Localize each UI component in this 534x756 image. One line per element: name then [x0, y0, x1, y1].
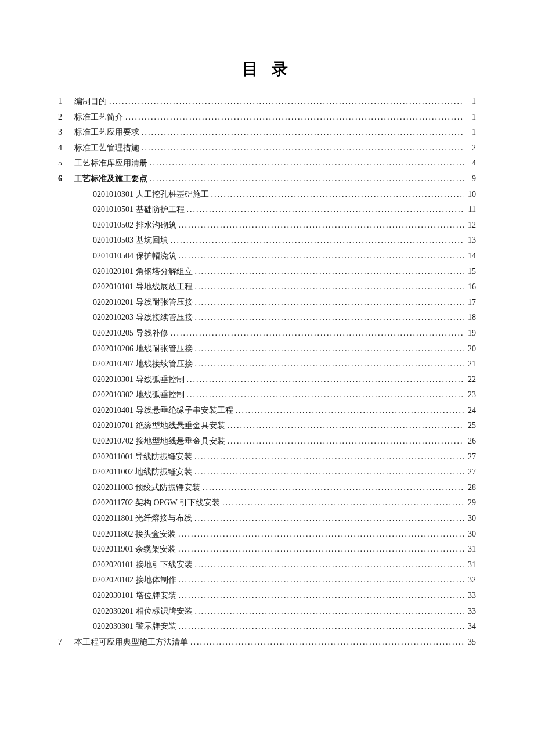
toc-entry-number: 4 — [58, 141, 74, 156]
toc-entry-page: 30 — [464, 511, 476, 527]
toc-entry-page: 28 — [464, 480, 476, 496]
toc-entry: 0202010201 导线耐张管压接 .....................… — [58, 295, 476, 311]
toc-entry-page: 17 — [464, 295, 476, 311]
toc-entry: 0202011001 导线防振锤安装 .....................… — [58, 449, 476, 465]
toc-entry: 0201010502 排水沟砌筑 .......................… — [58, 218, 476, 233]
toc-entry-label: 0202010205 导线补修 — [93, 326, 168, 341]
toc-leader-dots: ........................................… — [176, 249, 465, 264]
toc-entry: 6工艺标准及施工要点 .............................… — [58, 171, 476, 187]
toc-leader-dots: ........................................… — [225, 418, 465, 434]
toc-entry-page: 32 — [464, 573, 476, 588]
toc-entry: 0201010504 保护帽浇筑 .......................… — [58, 249, 476, 264]
toc-entry-label: 0201010503 基坑回填 — [93, 233, 168, 249]
toc-entry: 0202011901 余缆架安装 .......................… — [58, 542, 476, 557]
toc-entry-label: 工艺标准及施工要点 — [74, 171, 147, 187]
toc-entry: 0202030301 警示牌安装 .......................… — [58, 619, 476, 635]
toc-entry-page: 26 — [464, 434, 476, 449]
toc-entry-label: 0202010701 绝缘型地线悬垂金具安装 — [93, 418, 225, 434]
toc-leader-dots: ........................................… — [220, 495, 464, 511]
toc-leader-dots: ........................................… — [193, 310, 465, 326]
toc-entry-label: 0201010501 基础防护工程 — [93, 202, 185, 218]
toc-entry-number: 3 — [58, 125, 74, 141]
toc-entry-label: 0202020101 接地引下线安装 — [93, 557, 193, 573]
toc-entry: 0201010503 基坑回填 ........................… — [58, 233, 476, 249]
toc-entry: 0202010701 绝缘型地线悬垂金具安装 .................… — [58, 418, 476, 434]
toc-leader-dots: ........................................… — [193, 357, 465, 372]
toc-leader-dots: ........................................… — [192, 511, 464, 527]
toc-entry-page: 22 — [464, 372, 476, 388]
toc-leader-dots: ........................................… — [176, 619, 465, 635]
toc-entry: 0202011802 接头盒安装 .......................… — [58, 527, 476, 542]
toc-leader-dots: ........................................… — [168, 233, 465, 249]
toc-entry-label: 0201020101 角钢塔分解组立 — [93, 264, 193, 280]
toc-entry: 0202030101 塔位牌安装 .......................… — [58, 588, 476, 604]
toc-entry: 0202020101 接地引下线安装 .....................… — [58, 557, 476, 573]
toc-entry-label: 编制目的 — [74, 94, 107, 110]
toc-entry-page: 27 — [464, 449, 476, 465]
toc-entry: 0202010207 地线接续管压接 .....................… — [58, 357, 476, 372]
toc-entry-page: 11 — [464, 202, 476, 218]
toc-entry-label: 0201010504 保护帽浇筑 — [93, 249, 176, 264]
toc-leader-dots: ........................................… — [193, 557, 465, 573]
toc-entry-number: 6 — [58, 171, 74, 187]
toc-entry: 0202011002 地线防振锤安装 .....................… — [58, 465, 476, 480]
toc-entry-number: 1 — [58, 94, 74, 110]
toc-entry-page: 27 — [464, 465, 476, 480]
toc-entry-page: 31 — [464, 557, 476, 573]
toc-entry: 2标准工艺简介 ................................… — [58, 110, 476, 125]
toc-leader-dots: ........................................… — [200, 480, 464, 496]
toc-entry-label: 0202010201 导线耐张管压接 — [93, 295, 193, 311]
toc-entry-label: 0202011802 接头盒安装 — [93, 527, 176, 542]
toc-entry-page: 12 — [464, 218, 476, 233]
toc-leader-dots: ........................................… — [107, 94, 464, 110]
toc-entry: 0202010206 地线耐张管压接 .....................… — [58, 341, 476, 357]
toc-leader-dots: ........................................… — [139, 141, 464, 156]
toc-entry-page: 1 — [464, 94, 476, 110]
toc-leader-dots: ........................................… — [192, 449, 464, 465]
toc-entry-page: 33 — [464, 588, 476, 604]
toc-entry: 0202010203 导线接续管压接 .....................… — [58, 310, 476, 326]
toc-entry: 0201010501 基础防护工程 ......................… — [58, 202, 476, 218]
toc-entry-page: 21 — [464, 357, 476, 372]
toc-entry-number: 7 — [58, 635, 74, 650]
toc-entry-page: 34 — [464, 619, 476, 635]
toc-entry-page: 33 — [464, 604, 476, 620]
toc-entry-page: 18 — [464, 310, 476, 326]
toc-entry-page: 25 — [464, 418, 476, 434]
toc-entry: 0202010101 导地线展放工程 .....................… — [58, 279, 476, 295]
toc-leader-dots: ........................................… — [123, 110, 464, 125]
toc-leader-dots: ........................................… — [139, 125, 464, 141]
toc-entry-label: 0202030201 相位标识牌安装 — [93, 604, 193, 620]
toc-leader-dots: ........................................… — [176, 573, 465, 588]
toc-entry-page: 2 — [464, 141, 476, 156]
toc-entry-page: 10 — [464, 187, 476, 203]
toc-leader-dots: ........................................… — [209, 187, 465, 203]
toc-leader-dots: ........................................… — [193, 279, 465, 295]
toc-entry-label: 0202011003 预绞式防振锤安装 — [93, 480, 200, 496]
toc-leader-dots: ........................................… — [233, 403, 465, 419]
toc-title: 目 录 — [58, 58, 476, 80]
toc-entry: 0202010702 接地型地线悬垂金具安装 .................… — [58, 434, 476, 449]
toc-entry: 4标准工艺管理措施 ..............................… — [58, 141, 476, 156]
toc-entry-page: 23 — [464, 387, 476, 403]
toc-entry-page: 9 — [464, 171, 476, 187]
toc-entry: 1编制目的 ..................................… — [58, 94, 476, 110]
toc-entry-label: 0202011801 光纤熔接与布线 — [93, 511, 192, 527]
toc-leader-dots: ........................................… — [176, 218, 465, 233]
toc-entry: 7本工程可应用典型施工方法清单 ........................… — [58, 635, 476, 650]
toc-leader-dots: ........................................… — [185, 387, 465, 403]
toc-entry: 0202010301 导线弧垂控制 ......................… — [58, 372, 476, 388]
toc-entry-label: 0201010301 人工挖孔桩基础施工 — [93, 187, 209, 203]
toc-leader-dots: ........................................… — [193, 604, 465, 620]
toc-entry: 0202010302 地线弧垂控制 ......................… — [58, 387, 476, 403]
toc-entry-label: 0202010702 接地型地线悬垂金具安装 — [93, 434, 225, 449]
toc-entry-page: 15 — [464, 264, 476, 280]
toc-entry-label: 0202010401 导线悬垂绝缘子串安装工程 — [93, 403, 233, 419]
toc-entry-number: 5 — [58, 156, 74, 171]
toc-entry: 0202020102 接地体制作 .......................… — [58, 573, 476, 588]
toc-entry-label: 0202020102 接地体制作 — [93, 573, 176, 588]
toc-leader-dots: ........................................… — [193, 264, 465, 280]
toc-entry-label: 0202030101 塔位牌安装 — [93, 588, 176, 604]
toc-entry-label: 0202011901 余缆架安装 — [93, 542, 176, 557]
toc-entry: 0202011801 光纤熔接与布线 .....................… — [58, 511, 476, 527]
